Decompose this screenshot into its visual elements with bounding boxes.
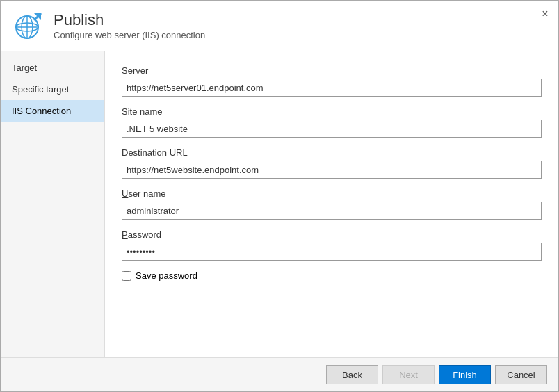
user-name-input[interactable] [122, 202, 542, 220]
server-input[interactable] [122, 79, 542, 97]
title-bar: Publish Configure web server (IIS) conne… [1, 1, 558, 51]
save-password-label[interactable]: Save password [136, 270, 197, 281]
cancel-button[interactable]: Cancel [495, 365, 547, 384]
dialog-content: Target Specific target IIS Connection Se… [1, 51, 558, 357]
password-input[interactable] [122, 243, 542, 261]
server-field-group: Server [122, 65, 542, 97]
password-label: Password [122, 229, 542, 240]
close-button[interactable]: × [537, 6, 553, 22]
main-form-area: Server Site name Destination URL [105, 51, 558, 357]
site-name-input[interactable] [122, 120, 542, 138]
next-button[interactable]: Next [382, 365, 435, 384]
dialog-title-area: Publish Configure web server (IIS) conne… [54, 11, 205, 40]
publish-icon [12, 9, 45, 42]
site-name-label: Site name [122, 106, 542, 117]
password-field-group: Password [122, 229, 542, 261]
publish-dialog: Publish Configure web server (IIS) conne… [0, 0, 559, 392]
destination-url-label: Destination URL [122, 147, 542, 158]
dialog-title: Publish [54, 11, 205, 29]
user-name-field-group: User name [122, 188, 542, 220]
finish-button[interactable]: Finish [439, 365, 491, 384]
sidebar: Target Specific target IIS Connection [1, 51, 105, 357]
dialog-footer: Back Next Finish Cancel [1, 357, 558, 391]
sidebar-item-target[interactable]: Target [1, 57, 104, 79]
server-label: Server [122, 65, 542, 76]
dialog-subtitle: Configure web server (IIS) connection [54, 30, 205, 40]
save-password-row: Save password [122, 270, 542, 281]
destination-url-field-group: Destination URL [122, 147, 542, 179]
sidebar-item-iis-connection[interactable]: IIS Connection [1, 100, 104, 122]
back-button[interactable]: Back [326, 365, 378, 384]
user-name-label: User name [122, 188, 542, 199]
sidebar-item-specific-target[interactable]: Specific target [1, 79, 104, 100]
save-password-checkbox[interactable] [122, 271, 131, 281]
site-name-field-group: Site name [122, 106, 542, 138]
destination-url-input[interactable] [122, 161, 542, 179]
